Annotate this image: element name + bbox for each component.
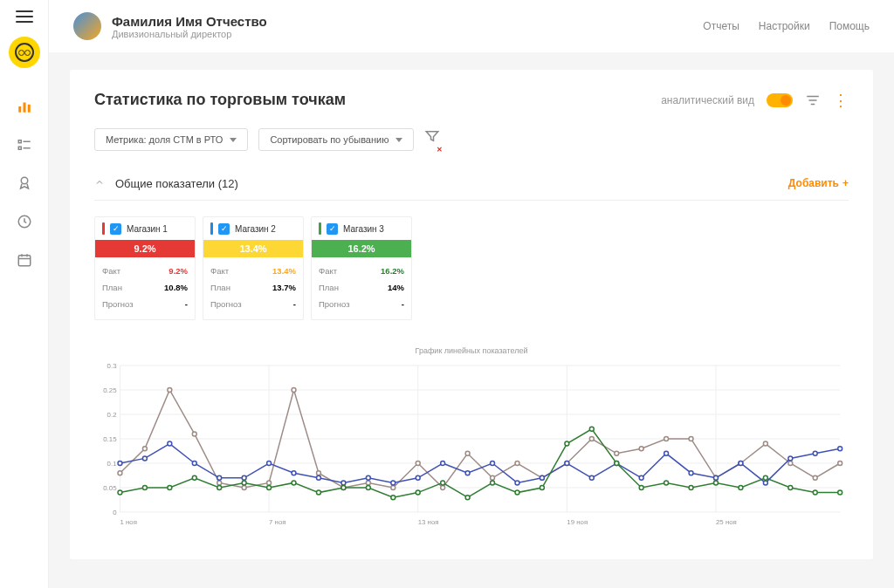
row-fact-label: Факт [319, 266, 337, 276]
svg-point-120 [615, 462, 619, 466]
svg-rect-1 [23, 103, 25, 113]
svg-text:25 ноя: 25 ноя [716, 518, 737, 526]
chevron-down-icon [230, 138, 237, 142]
svg-point-44 [217, 481, 222, 485]
svg-point-105 [242, 481, 246, 485]
svg-point-116 [515, 490, 519, 495]
analytical-toggle[interactable] [767, 93, 793, 107]
svg-point-109 [341, 486, 346, 490]
section-title: Общие показатели (12) [115, 177, 238, 190]
nav-help[interactable]: Помощь [829, 20, 870, 32]
svg-point-114 [465, 496, 470, 500]
svg-point-62 [664, 437, 669, 441]
svg-point-87 [540, 475, 544, 480]
row-fact-value: 9.2% [168, 266, 188, 276]
store-card: ✓ Магазин 3 16.2% Факт16.2% План14% Прог… [311, 216, 412, 320]
svg-point-103 [192, 475, 196, 480]
metric-label: Метрика: доля СТМ в РТО [106, 134, 223, 145]
nav-stats-icon[interactable] [12, 94, 37, 119]
svg-point-82 [416, 475, 420, 480]
svg-point-112 [416, 490, 420, 495]
svg-point-99 [838, 447, 842, 451]
svg-point-127 [788, 486, 793, 490]
app-logo[interactable] [9, 37, 40, 68]
add-label: Добавить [788, 177, 839, 189]
svg-text:0.15: 0.15 [103, 435, 117, 443]
filter-clear-icon[interactable] [424, 128, 440, 151]
svg-point-95 [739, 462, 743, 466]
svg-point-81 [391, 481, 395, 485]
store-checkbox[interactable]: ✓ [110, 223, 121, 235]
svg-rect-0 [18, 106, 21, 113]
more-icon[interactable]: ⋮ [833, 92, 849, 108]
svg-point-79 [341, 481, 346, 485]
svg-point-88 [565, 462, 569, 466]
svg-point-60 [615, 451, 619, 455]
svg-point-118 [565, 441, 569, 446]
svg-point-50 [366, 481, 370, 485]
sort-icon[interactable] [805, 92, 821, 108]
svg-text:0.3: 0.3 [107, 362, 117, 370]
nav-badge-icon[interactable] [12, 171, 37, 195]
topbar: Фамилия Имя Отчество Дивизиональный дире… [49, 0, 894, 52]
collapse-icon[interactable] [94, 175, 105, 191]
svg-point-102 [168, 486, 172, 490]
svg-text:0: 0 [113, 509, 117, 516]
svg-point-126 [763, 475, 767, 480]
svg-point-76 [267, 462, 272, 466]
row-fact-value: 13.4% [272, 266, 296, 276]
svg-point-110 [366, 486, 370, 490]
user-role: Дивизиональный директор [112, 29, 267, 39]
store-name: Магазин 2 [235, 224, 276, 234]
svg-point-61 [639, 447, 643, 451]
store-card: ✓ Магазин 1 9.2% Факт9.2% План10.8% Прог… [94, 216, 196, 320]
store-checkbox[interactable]: ✓ [218, 223, 230, 235]
menu-toggle-icon[interactable] [16, 10, 33, 23]
row-plan-value: 14% [388, 283, 404, 292]
svg-point-108 [317, 490, 321, 495]
row-plan-value: 10.8% [164, 283, 188, 292]
svg-point-75 [242, 475, 246, 480]
row-forecast-value: - [402, 299, 404, 309]
svg-point-59 [589, 437, 594, 441]
svg-point-54 [465, 451, 470, 455]
svg-point-66 [763, 441, 767, 446]
svg-point-115 [491, 481, 495, 485]
store-name: Магазин 1 [127, 224, 168, 234]
svg-point-84 [465, 471, 470, 475]
svg-point-123 [689, 486, 693, 490]
nav-list-icon[interactable] [12, 133, 37, 157]
svg-point-96 [763, 481, 767, 485]
svg-point-72 [168, 441, 172, 446]
sort-dropdown[interactable]: Сортировать по убыванию [258, 128, 414, 151]
svg-point-97 [788, 456, 793, 461]
store-checkbox[interactable]: ✓ [327, 223, 338, 235]
svg-text:0.2: 0.2 [107, 411, 117, 419]
svg-point-129 [838, 490, 842, 495]
svg-point-77 [292, 471, 296, 475]
user-avatar[interactable] [73, 12, 101, 40]
svg-point-51 [391, 486, 395, 490]
nav-reports[interactable]: Отчеты [703, 20, 739, 32]
add-button[interactable]: Добавить + [788, 177, 849, 189]
svg-text:13 ноя: 13 ноя [418, 518, 439, 526]
nav-settings[interactable]: Настройки [759, 20, 810, 32]
line-chart: 00.050.10.150.20.250.31 ноя7 ноя13 ноя19… [94, 360, 849, 535]
svg-point-68 [813, 475, 817, 480]
svg-point-74 [217, 475, 222, 480]
nav-calendar-icon[interactable] [12, 248, 37, 272]
svg-point-78 [317, 475, 321, 480]
svg-text:0.05: 0.05 [103, 484, 117, 492]
metric-dropdown[interactable]: Метрика: доля СТМ в РТО [94, 128, 248, 151]
svg-point-46 [267, 481, 272, 485]
nav-history-icon[interactable] [12, 209, 37, 234]
svg-point-121 [639, 486, 643, 490]
svg-point-56 [515, 462, 519, 466]
svg-point-69 [838, 462, 842, 466]
row-forecast-value: - [185, 299, 188, 309]
svg-point-86 [515, 481, 519, 485]
store-marker [102, 222, 105, 235]
svg-point-93 [689, 471, 693, 475]
svg-point-83 [441, 462, 445, 466]
svg-point-80 [366, 475, 370, 480]
